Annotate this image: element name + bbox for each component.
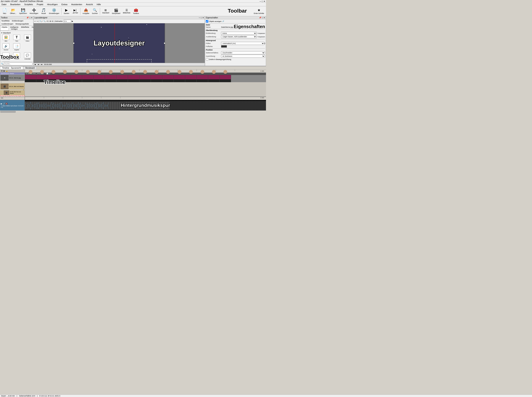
ei-link-icon[interactable]: 🔗 xyxy=(222,20,224,22)
ld-step-back-btn[interactable]: ⏮ xyxy=(38,63,39,65)
btn-speichern[interactable]: 💾 Speichern xyxy=(18,8,28,15)
btn-erste-schritte[interactable]: ★ Erste Schritte xyxy=(253,8,265,15)
toolbox-item-sound[interactable]: 🔊 Sound xyxy=(1,43,11,51)
mask-icon: ⬛ xyxy=(3,86,6,87)
btn-starten[interactable]: ▶ Starten xyxy=(62,8,70,15)
toolbox-subtab-objekte[interactable]: Objekte xyxy=(0,26,9,31)
text-box[interactable] xyxy=(87,59,152,63)
btn-standard[interactable]: ⊞ Standard xyxy=(101,8,110,14)
window-controls[interactable]: ─ □ ✕ xyxy=(260,0,265,3)
toolbox-item-text[interactable]: T Text xyxy=(12,34,22,42)
toolbox-item-bild[interactable]: 🖼️ Bild xyxy=(1,34,11,42)
btn-toolbox[interactable]: 🧰 Toolbox xyxy=(132,8,140,15)
ld-tool-fit[interactable]: ⊡ xyxy=(47,20,48,22)
audio-ruler-svg xyxy=(25,97,266,100)
toolbox-tabs: Texteffekte Einblendungen Ausblendungen … xyxy=(0,19,33,26)
tl-play-icon[interactable]: ▶ xyxy=(4,70,5,72)
menu-hilfe[interactable]: Hilfe xyxy=(96,3,102,6)
btn-suchen[interactable]: 🔍 Suchen xyxy=(91,8,99,15)
star3 xyxy=(92,54,92,54)
btn-musik[interactable]: 🎵 Musik xyxy=(40,8,47,15)
tl-add-btn[interactable]: ➕ xyxy=(1,70,3,72)
ld-step-forward-btn[interactable]: ⏭ xyxy=(41,63,42,65)
ei-window-controls[interactable]: 📌 □ ✕ xyxy=(259,17,265,19)
audio-play-btn[interactable]: ▶ xyxy=(1,103,2,105)
btn-storyboard[interactable]: 🎬 Storyboard xyxy=(111,8,121,15)
standard-icon: ⊞ xyxy=(104,9,107,12)
ei-file-browse-icon[interactable]: 📂 xyxy=(263,26,265,28)
ei-fuellen-info-icon[interactable]: ℹ xyxy=(265,43,265,44)
btn-hinzufuegen[interactable]: ➕ Hinzufügen xyxy=(29,8,40,15)
ei-ausblendung-adjust-btn[interactable]: ✓ Anpassen xyxy=(257,36,265,38)
ei-fuellfarbe-swatch[interactable] xyxy=(221,45,227,48)
tl-track-bild-maske[interactable]: ⬛ 00:14, Bild mit Maske xyxy=(0,83,25,90)
menu-extras[interactable]: Extras xyxy=(61,3,68,6)
tl-add-track-row[interactable]: + xyxy=(0,81,25,83)
title-bar: dyn maske v10.ads* - AquaSoft DiaShow Ul… xyxy=(0,0,266,3)
audio-scrollbar-thumb[interactable] xyxy=(0,111,16,112)
menu-scriptlets[interactable]: Scriptlets xyxy=(24,3,34,6)
handle-mr[interactable] xyxy=(164,43,165,44)
ld-tool-zoom-in[interactable]: 🔍+ xyxy=(40,20,42,22)
ld-window-controls[interactable]: ─ □ ✕ xyxy=(199,17,204,19)
ei-objekt-zeigen-checkbox[interactable] xyxy=(206,20,208,23)
ei-ausrichtung-select[interactable]: ⊕ Zentrieren xyxy=(221,55,265,58)
toolbox-tab-bewegungspfade[interactable]: Bewegungspfade xyxy=(14,22,30,25)
handle-ml[interactable] xyxy=(73,43,74,44)
ei-einblendung-select[interactable]: Keine xyxy=(221,32,257,35)
menu-hinzufuegen[interactable]: Hinzufügen xyxy=(46,3,58,6)
menu-assistenten[interactable]: Assistenten xyxy=(71,3,83,6)
ei-seitenverhaeltnis-val: Zuschneiden xyxy=(221,51,265,54)
ld-tool-snap[interactable]: ⊟ xyxy=(52,20,53,22)
btn-oeffnen[interactable]: 📂 Öffnen... xyxy=(9,8,18,15)
ld-tool-undo[interactable]: ↩ xyxy=(34,20,36,22)
storyboard-icon: 🎬 xyxy=(114,8,118,12)
toolbox-item-video[interactable]: 🎬 Video xyxy=(23,34,32,42)
tl-track-sterne[interactable]: ★ 00:14, Sterne.jpg xyxy=(0,75,25,81)
ei-seitenverhaeltnis-select[interactable]: Zuschneiden xyxy=(221,51,265,54)
menu-datei[interactable]: Datei xyxy=(1,3,7,6)
ld-tool-zoom-out[interactable]: 🔍- xyxy=(43,20,46,22)
ld-tool-redo[interactable]: ↪ xyxy=(36,20,38,22)
toolbox-tab-ausblendungen[interactable]: Ausblendungen xyxy=(0,22,14,25)
menu-bearbeiten[interactable]: Bearbeiten xyxy=(10,3,21,6)
ei-drehen-checkbox[interactable] xyxy=(206,58,208,61)
audio-scrollbar[interactable] xyxy=(0,111,266,113)
toolbox-item-partikel[interactable]: ✨ Partikel xyxy=(12,52,22,60)
ld-tool-grid[interactable]: ⊞ xyxy=(50,20,51,22)
ei-einblendung-adjust-btn[interactable]: ✓ Anpassen xyxy=(257,32,265,34)
toolbox-item-flexi-collage[interactable]: Flexi-Collage xyxy=(1,52,11,60)
toolbox-item-untertitel[interactable]: 💬 Untertitel xyxy=(23,52,32,60)
btn-bilderliste[interactable]: ☰ Bilderliste xyxy=(122,8,132,14)
audio-vol-btn[interactable]: 🔊 xyxy=(3,103,5,105)
ei-objekt-zeigen-row: Objekt anzeigen 🔗 xyxy=(206,20,265,23)
hinzufuegen-icon: ➕ xyxy=(32,8,36,12)
btn-ab-hier[interactable]: ▶| ..ab hier xyxy=(71,8,79,14)
ei-objekt-zeigen-label: Objekt anzeigen xyxy=(209,20,222,22)
ld-tool-play[interactable]: ▶ xyxy=(72,20,73,22)
toolbox-window-controls[interactable]: 📌 □ ✕ xyxy=(26,17,32,19)
ei-ausrichtung-key: Ausrichtung: xyxy=(206,55,221,57)
menu-ansicht[interactable]: Ansicht xyxy=(85,3,94,6)
tl-track-text-maske[interactable]: ⬛ 00:08.068 Text mit Maske xyxy=(0,90,25,95)
audio-mute-btn[interactable]: 🔇 xyxy=(5,103,8,105)
tl-sub-add-row[interactable]: + xyxy=(0,90,25,90)
ei-fuellen-select[interactable]: Automatisch (An) xyxy=(221,42,265,45)
ld-zeitmarke-input[interactable] xyxy=(64,20,71,23)
layoutdesigner-canvas[interactable]: Layoutdesigner xyxy=(73,23,165,63)
tl-tab-spuransicht[interactable]: Timeline - Spuransicht xyxy=(0,66,23,69)
btn-ausgabe[interactable]: 📤 Ausgabe xyxy=(81,8,91,15)
toolbox-subtab-intelligente[interactable]: Intelligente Vorlagen xyxy=(9,26,20,31)
toolbox-item-kapitel[interactable]: 📑 Kapitel xyxy=(12,43,22,51)
btn-neu[interactable]: 📄 Neu xyxy=(1,8,8,15)
toolbox-tab-texteffekte[interactable]: Texteffekte xyxy=(0,19,11,22)
ld-play-btn[interactable]: ▶ xyxy=(35,63,36,65)
tl-tab-storyboard[interactable]: Storyboard xyxy=(23,66,37,69)
toolbox-subtab-bildeffekte[interactable]: Bildeffekte xyxy=(20,26,30,31)
toolbox-search-input[interactable] xyxy=(4,62,32,65)
ei-ausblendung-select[interactable]: Liegen lassen, nicht ausblenden xyxy=(221,35,257,38)
ab-hier-icon: ▶| xyxy=(73,9,76,12)
menu-projekt[interactable]: Projekt xyxy=(36,3,44,6)
btn-einstellungen[interactable]: ⚙️ Einstellungen xyxy=(48,8,60,15)
toolbox-tab-einblendungen[interactable]: Einblendungen xyxy=(11,19,24,22)
